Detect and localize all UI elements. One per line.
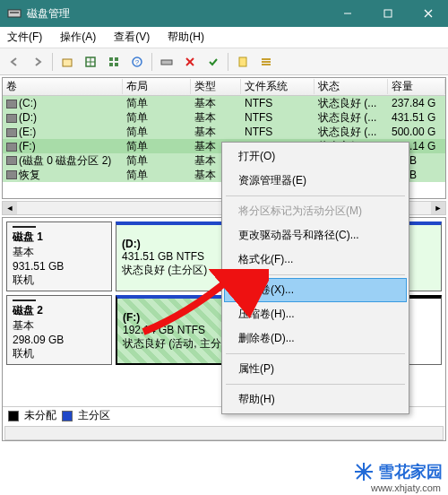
menu-action[interactable]: 操作(A) <box>56 28 99 47</box>
refresh-icon[interactable] <box>103 51 125 73</box>
table-row[interactable]: (E:)简单基本NTFS状态良好 (...500.00 G <box>3 125 445 139</box>
legend-primary-label: 主分区 <box>78 408 110 423</box>
scroll-right-icon[interactable]: ► <box>431 202 445 214</box>
views-icon[interactable] <box>80 51 101 73</box>
volume-icon <box>6 100 17 109</box>
menu-separator <box>226 384 405 385</box>
menu-separator <box>226 353 405 354</box>
svg-rect-3 <box>384 10 392 17</box>
disk-icon <box>7 6 22 21</box>
legend-unalloc-swatch <box>8 411 19 421</box>
col-fs[interactable]: 文件系统 <box>241 79 314 94</box>
svg-rect-20 <box>262 58 271 60</box>
menu-separator <box>226 195 405 196</box>
svg-rect-21 <box>262 61 271 63</box>
menu-item[interactable]: 压缩卷(H)... <box>224 302 407 326</box>
disk-name: 磁盘 1 <box>13 230 106 245</box>
list-icon[interactable] <box>255 51 277 73</box>
menu-item[interactable]: 属性(P) <box>224 357 407 381</box>
disk-size: 298.09 GB <box>13 334 106 346</box>
menu-help[interactable]: 帮助(H) <box>164 28 208 47</box>
menu-item[interactable]: 删除卷(D)... <box>224 326 407 351</box>
menu-item[interactable]: 帮助(H) <box>224 387 407 412</box>
scroll-left-icon[interactable]: ◄ <box>3 202 17 214</box>
disk-type: 基本 <box>13 245 106 260</box>
close-button[interactable] <box>408 0 448 27</box>
svg-point-27 <box>362 470 366 473</box>
watermark-text: 雪花家园 <box>378 461 443 482</box>
disk-tool-icon[interactable] <box>156 51 177 73</box>
svg-rect-16 <box>161 60 172 65</box>
snowflake-icon <box>353 461 375 482</box>
svg-rect-11 <box>115 57 118 61</box>
col-capacity[interactable]: 容量 <box>388 79 445 94</box>
disk-type: 基本 <box>13 318 106 334</box>
table-header: 卷 布局 类型 文件系统 状态 容量 <box>3 78 445 96</box>
legend-unalloc-label: 未分配 <box>24 408 56 423</box>
panel-hscroll[interactable] <box>4 426 444 440</box>
volume-icon <box>6 128 17 137</box>
menu-separator <box>226 274 405 275</box>
svg-rect-1 <box>10 12 19 13</box>
svg-rect-12 <box>109 63 113 66</box>
disk-icon <box>13 300 36 301</box>
col-volume[interactable]: 卷 <box>3 79 123 94</box>
svg-rect-10 <box>109 57 113 61</box>
forward-icon[interactable] <box>27 51 48 73</box>
menu-item: 将分区标记为活动分区(M) <box>224 199 407 223</box>
disk-name: 磁盘 2 <box>13 303 106 318</box>
window-title: 磁盘管理 <box>27 6 70 22</box>
svg-text:?: ? <box>135 58 140 66</box>
menu-view[interactable]: 查看(V) <box>110 28 153 47</box>
toolbar: ? <box>0 48 448 75</box>
menu-item[interactable]: 扩展卷(X)... <box>224 278 407 302</box>
disk-icon <box>13 226 36 228</box>
delete-icon[interactable] <box>179 51 201 73</box>
watermark: 雪花家园 <box>353 461 443 482</box>
disk-size: 931.51 GB <box>13 260 106 273</box>
note-icon[interactable] <box>232 51 254 73</box>
svg-rect-13 <box>115 63 118 66</box>
volume-icon <box>6 114 17 123</box>
legend-primary-swatch <box>62 411 73 421</box>
watermark-url: www.xhjaty.com <box>371 482 441 493</box>
disk-status: 联机 <box>13 346 106 361</box>
col-status[interactable]: 状态 <box>314 79 388 94</box>
menu-item[interactable]: 格式化(F)... <box>224 248 407 272</box>
volume-icon <box>6 143 17 152</box>
back-icon[interactable] <box>4 51 25 73</box>
properties-icon[interactable]: ? <box>126 51 148 73</box>
minimize-button[interactable] <box>327 0 367 27</box>
menu-item[interactable]: 打开(O) <box>224 144 407 169</box>
svg-rect-22 <box>262 64 271 65</box>
up-icon[interactable] <box>56 51 78 73</box>
maximize-button[interactable] <box>367 0 408 27</box>
table-row[interactable]: (C:)简单基本NTFS状态良好 (...237.84 G <box>3 96 445 110</box>
menu-file[interactable]: 文件(F) <box>4 28 46 47</box>
disk-header[interactable]: 磁盘 1基本931.51 GB联机 <box>6 221 112 291</box>
menu-item[interactable]: 资源管理器(E) <box>224 169 407 193</box>
disk-status: 联机 <box>13 273 106 288</box>
menu-item[interactable]: 更改驱动器号和路径(C)... <box>224 223 407 248</box>
check-icon[interactable] <box>202 51 224 73</box>
svg-rect-19 <box>239 57 246 66</box>
volume-icon <box>6 156 17 165</box>
col-type[interactable]: 类型 <box>191 79 241 94</box>
menubar: 文件(F) 操作(A) 查看(V) 帮助(H) <box>0 27 448 48</box>
titlebar: 磁盘管理 <box>0 0 448 27</box>
svg-rect-6 <box>63 59 72 66</box>
table-row[interactable]: (D:)简单基本NTFS状态良好 (...431.51 G <box>3 110 445 125</box>
disk-header[interactable]: 磁盘 2基本298.09 GB联机 <box>6 295 112 365</box>
context-menu: 打开(O)资源管理器(E)将分区标记为活动分区(M)更改驱动器号和路径(C)..… <box>221 142 409 414</box>
volume-icon <box>6 170 17 179</box>
col-layout[interactable]: 布局 <box>123 79 191 94</box>
